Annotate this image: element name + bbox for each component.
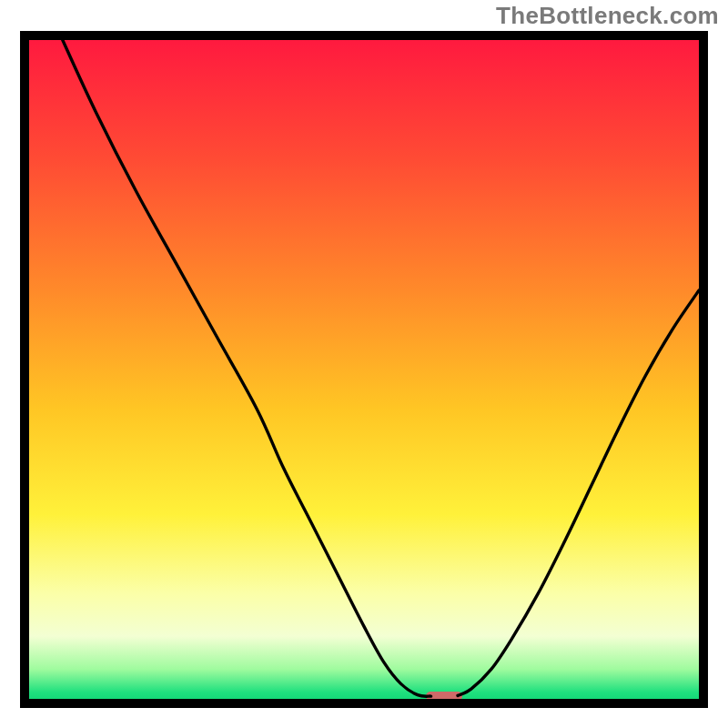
bottleneck-curve-px <box>29 40 699 699</box>
plot-area <box>29 40 699 699</box>
watermark-text: TheBottleneck.com <box>496 2 719 30</box>
plot-frame <box>20 31 708 708</box>
stage: TheBottleneck.com <box>0 0 728 728</box>
